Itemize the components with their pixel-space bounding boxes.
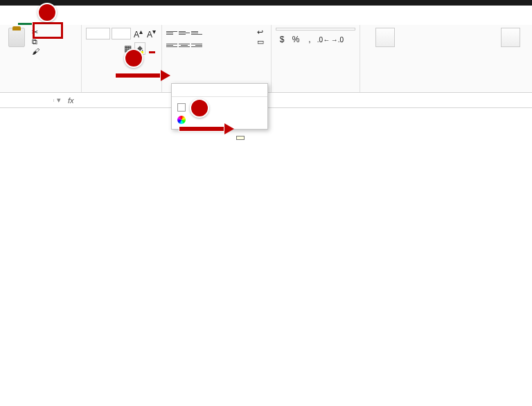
conditional-formatting-icon	[375, 28, 395, 47]
number-format-select[interactable]	[276, 28, 355, 30]
menu-developer[interactable]	[115, 18, 129, 25]
align-middle-icon[interactable]	[179, 28, 190, 37]
increase-font-icon[interactable]: A▴	[132, 28, 144, 39]
comma-button[interactable]: ,	[303, 33, 316, 46]
increase-decimal-button[interactable]: .0←	[317, 33, 330, 46]
font-name-select[interactable]	[86, 28, 110, 39]
align-top-icon[interactable]	[166, 28, 177, 37]
percent-button[interactable]: %	[290, 33, 302, 46]
annotation-badge-2	[124, 48, 143, 68]
decrease-decimal-button[interactable]: →.0	[331, 33, 344, 46]
align-right-icon[interactable]	[191, 40, 202, 50]
format-table-icon	[501, 28, 520, 47]
name-box[interactable]	[0, 99, 54, 102]
wrap-text-button[interactable]: ↩	[257, 28, 267, 36]
group-number: $ % , .0← →.0	[272, 25, 360, 92]
italic-button[interactable]	[98, 42, 109, 55]
underline-button[interactable]	[110, 42, 121, 55]
align-bottom-icon[interactable]	[191, 28, 202, 37]
fx-icon[interactable]: fx	[64, 96, 78, 105]
paste-button[interactable]	[4, 28, 29, 55]
format-painter-button[interactable]: 🖌	[32, 47, 43, 55]
group-font: A▴ A▾ ▦	[82, 25, 162, 92]
menu-file[interactable]	[4, 18, 18, 25]
currency-button[interactable]: $	[276, 33, 288, 46]
brush-icon: 🖌	[32, 47, 40, 55]
align-left-icon[interactable]	[166, 40, 177, 50]
nav-down-icon[interactable]: ▾	[54, 96, 64, 105]
menu-data[interactable]	[73, 18, 87, 25]
group-alignment: ↩ ▭	[162, 25, 272, 92]
annotation-badge-1	[37, 3, 57, 22]
conditional-formatting-button[interactable]	[364, 28, 406, 48]
align-center-icon[interactable]	[179, 40, 190, 50]
annotation-highlight-1	[33, 22, 63, 39]
decrease-font-icon[interactable]: A▾	[145, 28, 157, 39]
font-size-select[interactable]	[112, 28, 131, 39]
menu-help[interactable]	[129, 18, 143, 25]
format-as-table-button[interactable]	[493, 28, 528, 48]
wrap-icon: ↩	[257, 28, 263, 36]
merge-icon: ▭	[257, 37, 264, 46]
fill-color-popup	[171, 83, 268, 108]
font-color-button[interactable]	[147, 42, 158, 55]
menu-home[interactable]	[18, 16, 32, 25]
menu-view[interactable]	[101, 18, 115, 25]
bold-button[interactable]	[86, 42, 97, 55]
clipboard-icon	[8, 28, 25, 47]
menu-bar	[0, 6, 532, 25]
menu-review[interactable]	[87, 18, 101, 25]
no-fill-icon	[177, 103, 186, 108]
merge-center-button[interactable]: ▭	[257, 37, 267, 46]
annotation-arrow-2	[115, 71, 170, 80]
group-styles	[360, 25, 532, 92]
